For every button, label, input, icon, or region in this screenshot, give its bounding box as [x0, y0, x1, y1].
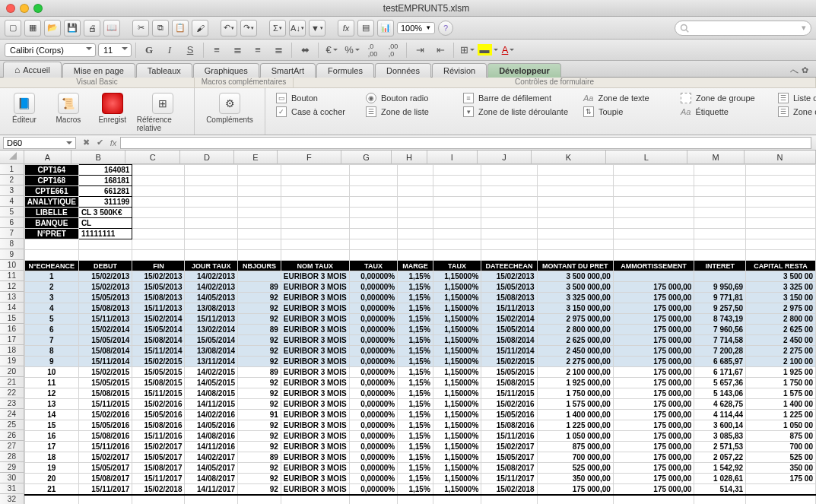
- borders-button[interactable]: ⊞: [458, 43, 476, 58]
- save-button[interactable]: 💾: [64, 20, 81, 36]
- record-macro-button[interactable]: Enregist: [93, 93, 132, 124]
- row-header-25[interactable]: 25: [0, 420, 24, 430]
- table-row[interactable]: 815/08/201415/11/201413/08/201492EURIBOR…: [24, 346, 815, 357]
- undo-button[interactable]: ↶▾: [221, 20, 237, 36]
- table-row[interactable]: 615/02/201415/05/201413/02/201489EURIBOR…: [24, 325, 815, 335]
- column-header-N[interactable]: N: [745, 151, 816, 163]
- filter-button[interactable]: ▼▾: [309, 20, 325, 36]
- cut-button[interactable]: ✂: [132, 20, 149, 36]
- row-header-20[interactable]: 20: [0, 366, 24, 377]
- table-row[interactable]: 215/02/201315/05/201314/02/201389EURIBOR…: [24, 282, 815, 293]
- fx-toolbar-button[interactable]: fx: [338, 20, 354, 36]
- table-row[interactable]: 2015/08/201715/11/201714/08/201792EURIBO…: [24, 474, 815, 484]
- templates-button[interactable]: ▦: [24, 20, 41, 36]
- ribbon-settings-icon[interactable]: ✿: [802, 65, 808, 77]
- tab-tableaux[interactable]: Tableaux: [136, 63, 192, 78]
- table-row[interactable]: 2115/11/201715/02/201814/11/201792EURIBO…: [24, 484, 815, 495]
- tab-formules[interactable]: Formules: [316, 63, 374, 78]
- relative-ref-button[interactable]: ⊞Référence relative: [137, 93, 189, 132]
- ctrl-dropdown2[interactable]: ☰Liste déroula: [778, 93, 816, 103]
- row-header-16[interactable]: 16: [0, 324, 24, 334]
- column-header-B[interactable]: B: [71, 151, 125, 163]
- zoom-window-button[interactable]: [33, 4, 43, 13]
- sort-asc-button[interactable]: A↓▾: [289, 20, 306, 36]
- font-combo[interactable]: Calibri (Corps): [5, 43, 96, 57]
- ctrl-button[interactable]: ▭Bouton: [276, 93, 352, 103]
- align-center-button[interactable]: ≣: [228, 43, 246, 58]
- tab-smartart[interactable]: SmartArt: [260, 63, 316, 78]
- row-header-5[interactable]: 5: [0, 207, 24, 217]
- increase-decimal-button[interactable]: ,0,00: [364, 43, 382, 58]
- align-justify-button[interactable]: ≣: [269, 43, 287, 58]
- ctrl-dropdown3[interactable]: ☰Zone dérou: [778, 106, 816, 117]
- row-header-22[interactable]: 22: [0, 388, 24, 398]
- table-row[interactable]: 1515/05/201615/08/201614/05/201692EURIBO…: [24, 420, 815, 431]
- table-row[interactable]: 315/05/201315/08/201314/05/201392EURIBOR…: [24, 293, 815, 303]
- column-header-F[interactable]: F: [278, 151, 342, 163]
- redo-button[interactable]: ↷▾: [240, 20, 257, 36]
- row-header-14[interactable]: 14: [0, 303, 24, 313]
- help-icon[interactable]: ?: [438, 21, 453, 36]
- row-header-7[interactable]: 7: [0, 228, 24, 239]
- column-header-I[interactable]: I: [427, 151, 478, 163]
- chart-button[interactable]: 📊: [377, 20, 394, 36]
- autosum-button[interactable]: Σ▾: [269, 20, 286, 36]
- ctrl-spinner[interactable]: ⇅Toupie: [583, 106, 667, 117]
- column-header-K[interactable]: K: [532, 151, 606, 163]
- ctrl-scrollbar[interactable]: ≡Barre de défilement: [463, 93, 570, 103]
- table-row[interactable]: 1215/08/201515/11/201514/08/201592EURIBO…: [24, 388, 815, 399]
- close-window-button[interactable]: [6, 4, 15, 13]
- row-header-31[interactable]: 31: [0, 483, 24, 494]
- table-row[interactable]: 1715/11/201615/02/201714/11/201692EURIBO…: [24, 442, 815, 452]
- bold-button[interactable]: G: [140, 43, 158, 58]
- open-button[interactable]: 📂: [44, 20, 61, 36]
- row-header-18[interactable]: 18: [0, 345, 24, 356]
- copy-button[interactable]: ⧉: [152, 20, 169, 36]
- table-row[interactable]: 515/11/201315/02/201415/11/201392EURIBOR…: [24, 314, 815, 325]
- currency-button[interactable]: €: [322, 43, 341, 58]
- ctrl-radio[interactable]: ◉Bouton radio: [366, 93, 449, 103]
- column-header-A[interactable]: A: [24, 151, 71, 163]
- italic-button[interactable]: I: [160, 43, 179, 58]
- tab-revision[interactable]: Révision: [432, 63, 487, 78]
- table-row[interactable]: 1815/02/201715/05/201714/02/201789EURIBO…: [24, 452, 815, 463]
- row-header-27[interactable]: 27: [0, 441, 24, 452]
- table-row[interactable]: 1015/02/201515/05/201514/02/201589EURIBO…: [24, 367, 815, 378]
- row-header-24[interactable]: 24: [0, 409, 24, 420]
- column-header-G[interactable]: G: [341, 151, 392, 163]
- font-color-button[interactable]: A: [499, 43, 517, 58]
- column-header-E[interactable]: E: [234, 151, 277, 163]
- decrease-indent-button[interactable]: ⇤: [431, 43, 449, 58]
- ctrl-textzone[interactable]: AaZone de texte: [583, 94, 667, 103]
- name-box[interactable]: D60: [3, 137, 76, 149]
- column-header-M[interactable]: M: [687, 151, 745, 163]
- spreadsheet-grid[interactable]: ABCDEFGHIJKLMN 1234567891011121314151617…: [0, 151, 816, 504]
- row-header-32[interactable]: 32: [0, 494, 24, 504]
- row-header-6[interactable]: 6: [0, 217, 24, 228]
- ctrl-groupbox[interactable]: Zone de groupe: [681, 93, 764, 103]
- row-header-29[interactable]: 29: [0, 462, 24, 473]
- table-row[interactable]: 715/05/201415/08/201415/05/201492EURIBOR…: [24, 335, 815, 346]
- increase-indent-button[interactable]: ⇥: [411, 43, 429, 58]
- zoom-combo[interactable]: 100%▼: [397, 22, 435, 34]
- column-header-H[interactable]: H: [392, 151, 427, 163]
- formula-input[interactable]: [120, 137, 811, 149]
- row-header-11[interactable]: 11: [0, 271, 24, 281]
- complements-button[interactable]: ⚙Compléments: [199, 93, 260, 124]
- cancel-formula-button[interactable]: ✖: [79, 138, 93, 147]
- table-row[interactable]: 1615/08/201615/11/201614/08/201692EURIBO…: [24, 431, 815, 442]
- row-header-15[interactable]: 15: [0, 313, 24, 324]
- row-header-19[interactable]: 19: [0, 356, 24, 366]
- row-header-23[interactable]: 23: [0, 398, 24, 409]
- percent-button[interactable]: %: [343, 43, 361, 58]
- column-header-J[interactable]: J: [478, 151, 532, 163]
- fx-button[interactable]: fx: [106, 138, 120, 147]
- row-header-13[interactable]: 13: [0, 292, 24, 303]
- ctrl-checkbox[interactable]: ✓Case à cocher: [276, 106, 352, 117]
- merge-button[interactable]: ⬌: [296, 43, 314, 58]
- format-painter-button[interactable]: 🖌: [192, 20, 208, 36]
- ctrl-listbox[interactable]: ☰Zone de liste: [366, 106, 449, 117]
- table-row[interactable]: 1115/05/201515/08/201514/05/201592EURIBO…: [24, 378, 815, 388]
- tab-developpeur[interactable]: Développeur: [487, 63, 561, 78]
- ctrl-label[interactable]: AaÉtiquette: [681, 107, 764, 116]
